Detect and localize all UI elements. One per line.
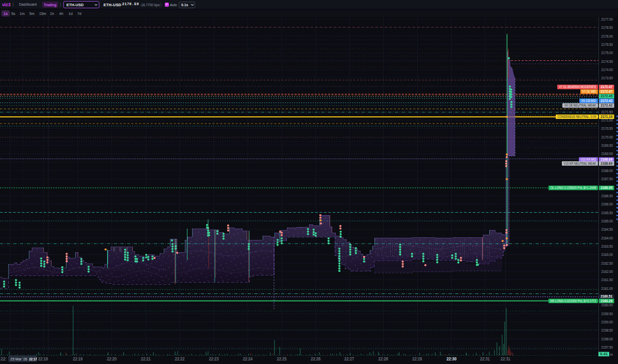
svg-text:22:20: 22:20 <box>107 356 117 361</box>
svg-text:2169.00: 2169.00 <box>602 151 613 156</box>
svg-text:2172.42: 2172.42 <box>600 103 612 107</box>
svg-text:22:26: 22:26 <box>311 356 321 361</box>
svg-text:2160.51: 2160.51 <box>600 294 612 298</box>
svg-text:2162.00: 2162.00 <box>602 269 613 274</box>
svg-text:2174.00: 2174.00 <box>602 67 613 72</box>
svg-text:2174.50: 2174.50 <box>602 59 613 64</box>
svg-text:V7 OL MID: V7 OL MID <box>582 90 596 93</box>
svg-text:22:18: 22:18 <box>38 356 48 361</box>
svg-text:2169.50: 2169.50 <box>602 143 613 148</box>
svg-text:V9 CB NEUTRAL WEAK: V9 CB NEUTRAL WEAK <box>564 103 597 107</box>
svg-text:2166.95: 2166.95 <box>600 186 612 189</box>
svg-text:2177.00: 2177.00 <box>602 17 613 22</box>
svg-text:2157.50: 2157.50 <box>602 345 613 350</box>
svg-text:2176.50: 2176.50 <box>602 25 613 30</box>
svg-text:2160.26: 2160.26 <box>600 299 612 303</box>
svg-text:22:24: 22:24 <box>243 356 253 361</box>
svg-text:2165.00: 2165.00 <box>602 219 613 223</box>
svg-text:2163.50: 2163.50 <box>602 244 613 249</box>
svg-text:2161.00: 2161.00 <box>602 286 613 291</box>
svg-text:22:21: 22:21 <box>141 356 151 361</box>
svg-text:22:31: 22:31 <box>501 356 510 361</box>
svg-text:2158.00: 2158.00 <box>602 337 613 341</box>
svg-text:22:: 22: <box>1 356 7 361</box>
svg-text:V7 OL BEARISH MODERATE: V7 OL BEARISH MODERATE <box>559 85 597 89</box>
svg-text:V9 CB MID: V9 CB MID <box>581 99 596 102</box>
svg-text:22:28: 22:28 <box>379 356 388 361</box>
svg-text:2172.42: 2172.42 <box>600 99 612 102</box>
svg-text:22:30: 22:30 <box>447 356 457 361</box>
svg-text:V10 KR NEUTRAL WEAK: V10 KR NEUTRAL WEAK <box>564 162 597 165</box>
svg-text:2175.00: 2175.00 <box>602 50 613 55</box>
svg-text:2168.69: 2168.69 <box>600 162 612 165</box>
svg-text:2160.00: 2160.00 <box>602 303 613 307</box>
svg-text:2158.50: 2158.50 <box>602 328 613 333</box>
svg-text:KR LONG 0.021000 PnL:$+0.1772: KR LONG 0.021000 PnL:$+0.1772 <box>551 299 596 303</box>
svg-text:V10 KR MID: V10 KR MID <box>581 158 596 161</box>
svg-text:2167.50: 2167.50 <box>602 177 613 181</box>
svg-text:2159.00: 2159.00 <box>602 320 613 324</box>
svg-text:2166.50: 2166.50 <box>602 194 613 198</box>
svg-text:2166.00: 2166.00 <box>602 202 613 206</box>
svg-text:0.41: 0.41 <box>600 352 608 356</box>
svg-text:2175.50: 2175.50 <box>602 42 613 47</box>
svg-text:m: m <box>610 353 613 356</box>
svg-text:22:22: 22:22 <box>175 356 185 361</box>
svg-text:OL LONG 0.225600 PnL:$+1.2445: OL LONG 0.225600 PnL:$+1.2445 <box>551 186 596 189</box>
svg-text:22:31: 22:31 <box>480 356 490 361</box>
svg-text:2173.50: 2173.50 <box>602 76 613 80</box>
svg-text:2172.47: 2172.47 <box>600 85 612 89</box>
svg-text:2165.50: 2165.50 <box>602 211 613 215</box>
svg-text:22:29: 22:29 <box>413 356 422 361</box>
svg-text:2172.45: 2172.45 <box>600 94 612 98</box>
svg-text:2159.50: 2159.50 <box>602 311 613 316</box>
svg-text:22:23: 22:23 <box>209 356 219 361</box>
svg-text:2168.00: 2168.00 <box>602 168 613 173</box>
svg-text:2171.19: 2171.19 <box>600 115 612 118</box>
svg-text:2168.69: 2168.69 <box>600 158 612 161</box>
svg-text:25 Mar '26: 25 Mar '26 <box>10 357 27 361</box>
svg-text:2163.00: 2163.00 <box>602 252 613 257</box>
svg-text:22:27: 22:27 <box>345 356 354 361</box>
svg-text:22:17: 22:17 <box>29 357 38 361</box>
svg-text:2176.00: 2176.00 <box>602 34 613 39</box>
svg-text:2161.50: 2161.50 <box>602 278 613 282</box>
svg-text:2170.50: 2170.50 <box>602 126 613 131</box>
svg-text:2170.00: 2170.00 <box>602 135 613 140</box>
svg-text:CONSENSUS NEUTRAL -0.09: CONSENSUS NEUTRAL -0.09 <box>558 115 596 118</box>
svg-text:2172.47: 2172.47 <box>600 90 612 93</box>
svg-text:2162.50: 2162.50 <box>602 261 613 266</box>
svg-text:2164.50: 2164.50 <box>602 227 613 232</box>
svg-text:2164.00: 2164.00 <box>602 236 613 240</box>
svg-text:2171.50: 2171.50 <box>602 110 613 114</box>
svg-text:22:19: 22:19 <box>73 356 83 361</box>
svg-text:22:25: 22:25 <box>277 356 287 361</box>
